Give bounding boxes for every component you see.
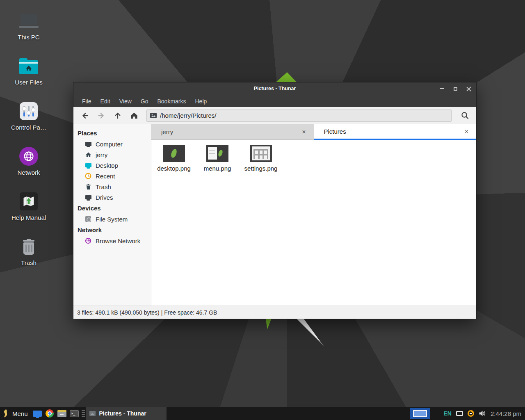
desktop-icon-help-manual[interactable]: Help Manual — [6, 191, 52, 221]
sidebar-item-recent[interactable]: Recent — [73, 171, 151, 181]
sidebar-item-browse-network[interactable]: Browse Network — [73, 235, 151, 246]
status-text: 3 files: 490.1 kB (490,050 bytes) | Free… — [77, 309, 217, 316]
sidebar-item-file-system[interactable]: File System — [73, 214, 151, 224]
desktop-icon-network[interactable]: Network — [6, 146, 52, 176]
menu-help[interactable]: Help — [191, 96, 212, 106]
toolbar: /home/jerry/Pictures/ — [73, 107, 476, 124]
tab-bar: jerry × Pictures × — [151, 124, 476, 140]
desktop-icon-user-files[interactable]: User Files — [6, 56, 52, 86]
sidebar-item-desktop[interactable]: Desktop — [73, 160, 151, 171]
menu-view[interactable]: View — [115, 96, 136, 106]
sidebar-item-label: jerry — [96, 151, 107, 158]
network-globe-icon — [6, 146, 52, 167]
desktop-icon-label: Trash — [6, 259, 52, 266]
minimize-icon — [440, 88, 444, 89]
sidebar-item-trash[interactable]: Trash — [73, 181, 151, 192]
thunar-window: Pictures - Thunar File Edit View Go Book… — [73, 82, 477, 319]
desktop-icon-label: Help Manual — [6, 214, 52, 221]
maximize-button[interactable] — [452, 85, 459, 92]
desktop-icon-control-panel[interactable]: Control Pa… — [6, 101, 52, 131]
browse-network-globe-icon — [84, 237, 92, 244]
search-button[interactable] — [457, 109, 472, 122]
home-icon — [130, 112, 138, 120]
menu-button[interactable]: Menu — [0, 407, 31, 420]
keyboard-layout-indicator[interactable]: EN — [443, 410, 451, 417]
menu-png-thumbnail — [206, 145, 228, 162]
tab-close-icon[interactable]: × — [300, 128, 308, 136]
up-button[interactable] — [110, 109, 125, 122]
wallpaper-logo-fragment-blade — [296, 318, 324, 347]
desktop-icon-label: User Files — [6, 79, 52, 86]
file-view[interactable]: desktop.png menu.png settings.png — [151, 140, 476, 306]
file-menu-png[interactable]: menu.png — [197, 145, 237, 172]
desktop-icon — [84, 162, 92, 169]
file-name: menu.png — [204, 165, 231, 172]
terminal-launcher[interactable]: >_ — [68, 407, 80, 420]
sidebar-item-label: Recent — [96, 173, 115, 180]
menu-edit[interactable]: Edit — [96, 96, 115, 106]
computer-icon — [84, 141, 92, 147]
tab-pictures[interactable]: Pictures × — [314, 124, 477, 140]
image-file-icon — [150, 113, 157, 118]
sidebar-item-label: File System — [96, 216, 128, 223]
desktop-icon-label: This PC — [6, 34, 52, 41]
menu-bar: File Edit View Go Bookmarks Help — [73, 95, 476, 107]
sidebar-item-label: Drives — [96, 194, 113, 201]
taskbar-window-button[interactable]: Pictures - Thunar — [86, 407, 167, 420]
back-icon — [81, 112, 89, 120]
menu-go[interactable]: Go — [136, 96, 153, 106]
home-button[interactable] — [127, 109, 142, 122]
desktop-png-thumbnail — [163, 145, 185, 162]
back-button[interactable] — [78, 109, 92, 122]
display-icon — [33, 411, 42, 417]
sidebar-item-drives[interactable]: Drives — [73, 192, 151, 203]
clock: 2:44:28 pm — [491, 410, 523, 417]
show-desktop-launcher[interactable] — [31, 407, 43, 420]
desktop-icon-this-pc[interactable]: This PC — [6, 11, 52, 41]
window-titlebar[interactable]: Pictures - Thunar — [73, 82, 476, 95]
control-panel-icon — [6, 101, 52, 121]
this-pc-icon — [6, 11, 52, 31]
file-settings-png[interactable]: settings.png — [241, 145, 281, 172]
display-settings-tray-icon[interactable] — [456, 411, 463, 416]
menu-button-label: Menu — [12, 410, 28, 417]
update-notifier-icon[interactable] — [468, 410, 474, 417]
volume-icon[interactable] — [479, 410, 486, 417]
minimize-button[interactable] — [438, 85, 446, 92]
menu-file[interactable]: File — [78, 96, 96, 106]
sidebar-item-home[interactable]: jerry — [73, 149, 151, 160]
close-button[interactable] — [465, 85, 472, 92]
path-bar[interactable]: /home/jerry/Pictures/ — [146, 110, 452, 122]
workspace-window-preview — [413, 410, 427, 417]
sidebar-item-computer[interactable]: Computer — [73, 139, 151, 149]
workspace-switcher[interactable] — [410, 408, 430, 419]
thunar-task-icon — [89, 411, 96, 416]
forward-icon — [97, 112, 105, 120]
file-name: desktop.png — [157, 165, 191, 172]
menu-bookmarks[interactable]: Bookmarks — [153, 96, 190, 106]
settings-png-thumbnail — [250, 145, 272, 162]
file-manager-launcher[interactable] — [56, 407, 68, 420]
sidebar-item-label: Trash — [96, 183, 111, 190]
tab-jerry[interactable]: jerry × — [151, 124, 314, 140]
system-tray: EN 2:44:28 pm — [443, 407, 523, 420]
file-cabinet-icon — [57, 410, 66, 417]
trash-can-icon — [6, 236, 52, 257]
window-main: Places Computer jerry Desktop Recent — [73, 124, 476, 306]
status-bar: 3 files: 490.1 kB (490,050 bytes) | Free… — [73, 306, 476, 319]
home-icon — [84, 151, 92, 158]
terminal-icon: >_ — [70, 410, 79, 417]
taskbar: Menu >_ Pictures - Thunar EN 2:44:28 pm — [0, 407, 525, 420]
tab-close-icon[interactable]: × — [463, 128, 470, 136]
file-desktop-png[interactable]: desktop.png — [154, 145, 194, 172]
browser-launcher[interactable] — [43, 407, 56, 420]
desktop-icon-trash[interactable]: Trash — [6, 236, 52, 266]
recent-clock-icon — [84, 173, 92, 179]
close-icon — [466, 87, 471, 91]
distro-logo-icon — [2, 409, 9, 418]
sidebar-item-label: Browse Network — [96, 237, 140, 244]
wallpaper-logo-fragment-bottom — [265, 318, 272, 329]
window-title: Pictures - Thunar — [254, 86, 296, 91]
trash-icon — [84, 183, 92, 190]
forward-button[interactable] — [94, 109, 109, 122]
